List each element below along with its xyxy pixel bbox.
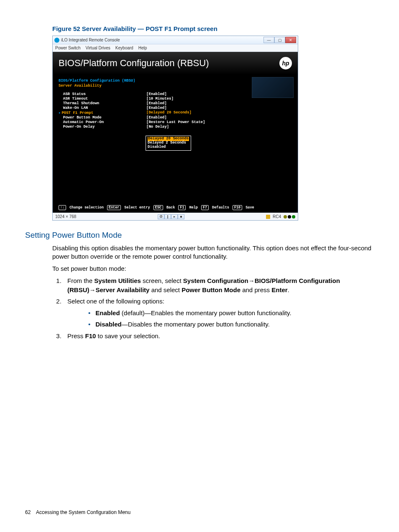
text: and press [240, 286, 271, 293]
text: Press [67, 332, 85, 339]
key-enter: Enter [107, 205, 121, 210]
section-heading: Setting Power Button Mode [25, 231, 374, 240]
setting-value[interactable]: [Restore Last Power State] [146, 120, 292, 124]
key-esc: ESC [153, 205, 163, 210]
page-number: 62 [25, 509, 31, 515]
bold: Disabled [95, 321, 122, 328]
paragraph: Disabling this option disables the momen… [52, 244, 374, 261]
text: screen, select [141, 277, 183, 284]
footer-text: Accessing the System Configuration Menu [36, 509, 130, 515]
options-list: Enabled (default)—Enables the momentary … [67, 308, 374, 329]
bold: Power Button Mode [182, 286, 240, 293]
setting-label[interactable]: ASR Timeout [59, 97, 146, 101]
minimize-button[interactable]: — [263, 37, 274, 43]
arrow: → [248, 277, 255, 284]
setting-value[interactable]: [Enabled] [146, 106, 292, 110]
playback-controls: ⦿ ‖ ▸ ■ [158, 214, 184, 219]
bios-screen: BIOS/Platform Configuration (RBSU) hp BI… [53, 52, 298, 213]
status-dot [292, 215, 295, 218]
status-dot [284, 215, 287, 218]
step-1: From the System Utilities screen, select… [63, 276, 374, 295]
key-label: Change selection [69, 206, 104, 210]
setting-value[interactable]: [Enabled] [146, 116, 292, 120]
bios-title: BIOS/Platform Configuration (RBSU) [59, 58, 209, 69]
text: From the [67, 277, 94, 284]
window-controls: — ▢ ✕ [263, 37, 296, 43]
hp-logo-icon: hp [279, 57, 292, 69]
body-paragraphs: Disabling this option disables the momen… [52, 244, 374, 273]
key-label: Help [189, 206, 197, 210]
popup-option[interactable]: Disabled [148, 145, 189, 149]
setting-value[interactable]: [No Delay] [146, 125, 292, 129]
figure-caption: Figure 52 Server Availability — POST F1 … [52, 25, 374, 32]
text: and select [149, 286, 182, 293]
setting-label[interactable]: ▸POST F1 Prompt [59, 111, 146, 115]
text: Select one of the following options: [67, 298, 164, 305]
close-button[interactable]: ✕ [285, 37, 296, 43]
key-↑↓: ↑↓ [59, 205, 66, 210]
bold: F10 [85, 332, 96, 339]
key-label: Select entry [124, 206, 150, 210]
bold: System Configuration [183, 277, 248, 284]
remote-console-window: iLO Integrated Remote Console — ▢ ✕ Powe… [52, 36, 298, 221]
page-footer: 62 Accessing the System Configuration Me… [25, 509, 130, 515]
steps-list: From the System Utilities screen, select… [52, 276, 374, 341]
bold: Server Availability [96, 286, 150, 293]
menu-item-power-switch[interactable]: Power Switch [55, 46, 81, 50]
key-f10: F10 [233, 205, 242, 210]
setting-label[interactable]: Automatic Power-On [59, 120, 146, 124]
menu-item-virtual-drives[interactable]: Virtual Drives [86, 46, 110, 50]
statusbar: 1024 × 768 ⦿ ‖ ▸ ■ RC4 [53, 213, 298, 220]
play-button[interactable]: ▸ [171, 214, 178, 219]
bold: Enabled [95, 309, 120, 316]
server-image [252, 77, 294, 98]
status-dots [284, 215, 295, 218]
text: to save your selection. [96, 332, 160, 339]
record-button[interactable]: ⦿ [158, 214, 164, 219]
bios-header: BIOS/Platform Configuration (RBSU) hp [53, 52, 298, 75]
setting-label[interactable]: ASR Status [59, 92, 146, 96]
setting-label[interactable]: Thermal Shutdown [59, 101, 146, 105]
menu-item-help[interactable]: Help [138, 46, 147, 50]
setting-label[interactable]: Wake-On LAN [59, 106, 146, 110]
option-popup[interactable]: Delayed 20 Seconds Delayed 2 Seconds Dis… [146, 136, 191, 151]
setting-label[interactable]: Power Button Mode [59, 116, 146, 120]
bold: Enter [271, 286, 287, 293]
bios-body: BIOS/Platform Configuration (RBSU) Serve… [53, 75, 298, 213]
text: (default)—Enables the momentary power bu… [120, 309, 292, 316]
bold: System Utilities [94, 277, 141, 284]
app-icon [54, 38, 59, 43]
option-enabled: Enabled (default)—Enables the momentary … [84, 308, 374, 318]
rc-label: RC4 [273, 214, 281, 219]
setting-value[interactable]: [Delayed 20 Seconds] [146, 111, 292, 115]
titlebar: iLO Integrated Remote Console — ▢ ✕ [53, 36, 298, 44]
setting-label[interactable]: Power-On Delay [59, 125, 146, 129]
menubar: Power Switch Virtual Drives Keyboard Hel… [53, 44, 298, 52]
key-label: Save [246, 206, 254, 210]
menu-item-keyboard[interactable]: Keyboard [115, 46, 133, 50]
key-f1: F1 [178, 205, 186, 210]
status-dot [288, 215, 291, 218]
paragraph: To set power button mode: [52, 265, 374, 273]
key-f7: F7 [201, 205, 209, 210]
key-hints-bar: ↑↓Change selectionEnterSelect entryESCBa… [59, 205, 292, 210]
arrow: → [90, 286, 96, 293]
option-disabled: Disabled—Disables the momentary power bu… [84, 320, 374, 329]
window-title: iLO Integrated Remote Console [61, 38, 120, 42]
step-3: Press F10 to save your selection. [63, 332, 374, 341]
text: —Disables the momentary power button fun… [122, 321, 270, 328]
stop-button[interactable]: ■ [178, 214, 184, 219]
pause-button[interactable]: ‖ [164, 214, 171, 219]
key-label: Defaults [212, 206, 229, 210]
step-2: Select one of the following options: Ena… [63, 297, 374, 329]
setting-value[interactable]: [Enabled] [146, 101, 292, 105]
maximize-button[interactable]: ▢ [274, 37, 285, 43]
lock-icon [266, 215, 270, 219]
resolution-label: 1024 × 768 [55, 214, 76, 219]
key-label: Back [166, 206, 175, 210]
